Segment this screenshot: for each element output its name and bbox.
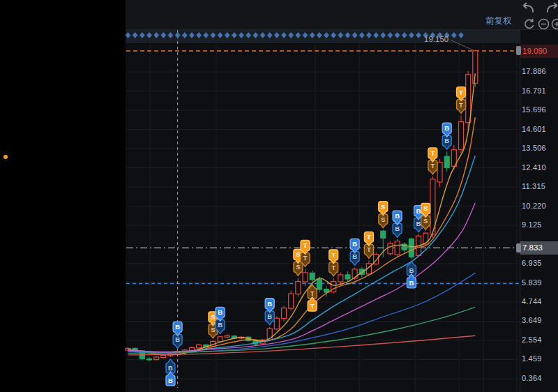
event-diamond-icon[interactable] (211, 33, 216, 38)
candle-down (146, 359, 151, 360)
level-lines (126, 30, 519, 388)
app-root: BBBBSSBBBBSSTTTTTTBBTTSSBBBBBBSSTTBBTT 前… (0, 0, 558, 392)
signal-pin-letter: T (310, 289, 315, 297)
candle-up (161, 355, 166, 357)
signal-pin-letter: B (409, 266, 414, 274)
event-diamond-icon[interactable] (197, 33, 202, 38)
candle-up (338, 275, 343, 282)
event-diamond-icon[interactable] (154, 33, 159, 38)
event-diamond-icon[interactable] (260, 33, 265, 38)
y-axis-tick: 1.459 (522, 354, 542, 363)
event-diamond-icon[interactable] (168, 33, 173, 38)
signal-pin-letter: T (367, 246, 371, 253)
event-diamond-icon[interactable] (182, 33, 187, 38)
forward-arrow-icon[interactable] (545, 2, 558, 15)
candle-up (154, 357, 159, 360)
y-axis-tick: 9.125 (522, 220, 542, 229)
signal-pin-letter: T (459, 101, 463, 109)
event-diamond-icon[interactable] (402, 33, 407, 38)
candle-up (218, 337, 223, 342)
signal-pin-letter: T (331, 251, 335, 259)
event-diamond-icon[interactable] (282, 33, 287, 38)
y-axis-tick: 2.554 (522, 336, 542, 344)
signal-pin-letter: B (218, 308, 223, 316)
event-diamond-icon[interactable] (267, 33, 272, 38)
signal-pin-letter: B (395, 225, 400, 232)
y-axis-tick: 0.364 (522, 374, 542, 382)
event-diamond-icon[interactable] (331, 33, 336, 38)
back-arrow-icon[interactable] (520, 2, 536, 15)
event-diamond-icon[interactable] (175, 33, 180, 38)
event-diamond-icon[interactable] (232, 33, 237, 38)
event-diamond-icon[interactable] (317, 33, 322, 38)
event-diamond-icon[interactable] (352, 33, 357, 38)
signal-pin-letter: T (310, 302, 315, 310)
candle-up (289, 294, 294, 308)
candle-up (331, 281, 336, 292)
candle-up (388, 243, 393, 254)
signal-pin-letter: S (381, 203, 385, 211)
y-axis-tick: 6.935 (522, 259, 542, 267)
event-diamonds (126, 33, 463, 38)
event-diamond-icon[interactable] (253, 33, 258, 38)
reset-view-icon[interactable] (524, 18, 536, 30)
event-diamond-icon[interactable] (338, 33, 343, 38)
y-axis-tick: 12.410 (522, 163, 546, 172)
event-diamond-icon[interactable] (367, 33, 372, 38)
event-diamond-icon[interactable] (381, 33, 386, 38)
candle-up (274, 318, 279, 329)
candle-up (473, 51, 478, 83)
event-diamond-icon[interactable] (296, 33, 301, 38)
event-diamond-icon[interactable] (416, 33, 421, 38)
cost-line-handle[interactable] (516, 243, 521, 252)
signal-pin-letter: B (444, 137, 449, 144)
signal-pin-letter: T (430, 162, 435, 169)
candle-up (466, 75, 471, 123)
event-diamond-icon[interactable] (359, 33, 364, 38)
price-adjust-mode-label[interactable]: 前复权 (485, 15, 512, 27)
event-diamond-icon[interactable] (140, 33, 144, 38)
signal-pin-letter: T (303, 241, 308, 249)
y-axis-tick: 4.744 (522, 297, 542, 306)
candle-up (303, 273, 308, 282)
event-diamond-icon[interactable] (345, 33, 350, 38)
signal-pin-letter: B (409, 279, 414, 287)
signal-pin-letter: S (423, 217, 428, 225)
event-diamond-icon[interactable] (161, 33, 166, 38)
event-diamond-icon[interactable] (225, 33, 229, 38)
y-axis-tick: 14.601 (522, 125, 546, 133)
candlestick-chart[interactable]: BBBBSSBBBBSSTTTTTTBBTTSSBBBBBBSSTTBBTT (0, 0, 558, 392)
event-diamond-icon[interactable] (190, 33, 195, 38)
event-diamond-icon[interactable] (459, 33, 464, 38)
signal-pin-letter: B (267, 300, 272, 308)
event-diamond-icon[interactable] (246, 33, 251, 38)
signal-pin-letter: B (267, 312, 272, 320)
signal-pin-letter: T (303, 254, 308, 262)
event-diamond-icon[interactable] (147, 33, 152, 38)
event-diamond-icon[interactable] (289, 33, 294, 38)
price-axis[interactable]: 17.88616.79115.69614.60113.50612.41011.3… (520, 29, 558, 392)
event-diamond-icon[interactable] (310, 33, 315, 38)
signal-pin-letter: S (211, 326, 215, 333)
signal-pin-letter: T (459, 89, 463, 96)
event-diamond-icon[interactable] (133, 33, 137, 38)
event-diamond-icon[interactable] (395, 33, 400, 38)
event-diamond-icon[interactable] (409, 33, 414, 38)
event-diamond-icon[interactable] (303, 33, 308, 38)
event-diamond-icon[interactable] (218, 33, 223, 38)
event-diamond-icon[interactable] (239, 33, 244, 38)
event-diamond-icon[interactable] (324, 33, 329, 38)
zoom-out-icon[interactable] (538, 18, 550, 30)
candle-up (225, 336, 229, 337)
event-diamond-icon[interactable] (274, 33, 279, 38)
event-diamond-icon[interactable] (204, 33, 209, 38)
signal-pin-letter: T (331, 264, 335, 271)
event-diamond-icon[interactable] (451, 33, 456, 38)
event-diamond-icon[interactable] (388, 33, 393, 38)
signal-pin-letter: B (352, 252, 357, 260)
signal-pin-letter: B (175, 336, 180, 343)
event-diamond-icon[interactable] (374, 33, 379, 38)
event-diamond-icon[interactable] (126, 33, 130, 38)
price-line-handle[interactable] (516, 46, 521, 55)
zoom-in-icon[interactable] (551, 18, 558, 30)
